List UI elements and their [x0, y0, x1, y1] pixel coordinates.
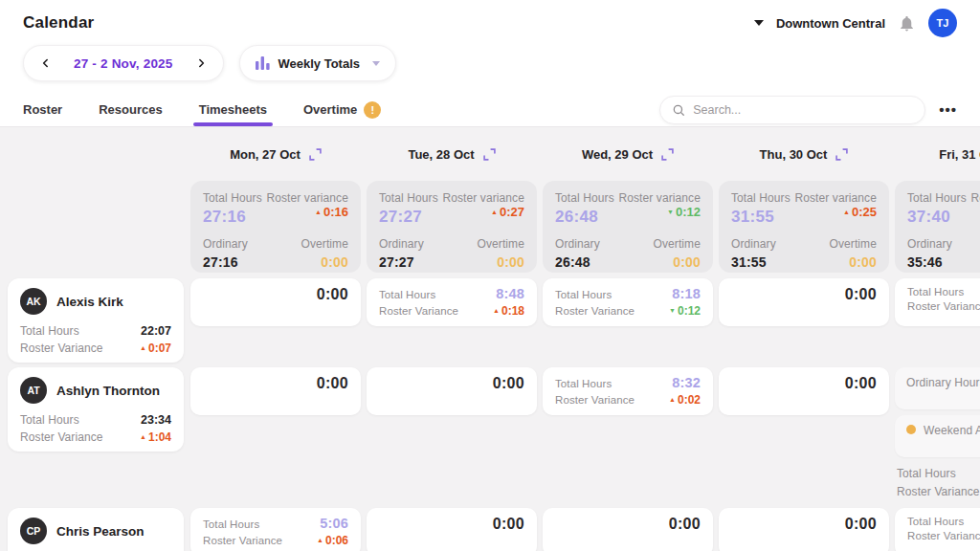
cell-stat-labels: Total Hours Roster Variance — [895, 467, 980, 498]
ordinary-label: Ordinary — [379, 237, 424, 251]
timesheet-cell[interactable]: 0:00 — [719, 278, 889, 326]
next-week-button[interactable] — [189, 51, 213, 76]
search-input[interactable] — [693, 103, 913, 117]
day-header-mon: Mon, 27 Oct — [188, 147, 364, 162]
timesheet-cell[interactable]: Total Hours Roster Variance — [895, 508, 980, 551]
cell-total: 8:48 — [496, 286, 524, 301]
day-summary-tue[interactable]: Total Hours27:27 Roster variance▲0:27 Or… — [367, 181, 537, 273]
roster-variance-label: Roster variance — [266, 191, 348, 205]
tab-resources[interactable]: Resources — [99, 93, 162, 126]
overtime-value: 0:00 — [830, 254, 877, 270]
day-summary-thu[interactable]: Total Hours31:55 Roster variance▲0:25 Or… — [719, 181, 889, 273]
roster-variance-label: Roster Variance — [379, 305, 458, 317]
roster-variance-label: Roster Variance — [555, 305, 635, 317]
total-hours-label: Total Hours — [907, 516, 964, 527]
timesheet-cell[interactable]: Total Hours8:32 Roster Variance▲0:02 — [543, 367, 713, 415]
tab-overtime[interactable]: Overtime ! — [303, 93, 381, 126]
view-mode-label: Weekly Totals — [278, 56, 361, 71]
page-title: Calendar — [23, 13, 94, 33]
day-label: Fri, 31 Oct — [939, 147, 980, 162]
cell-total: 5:06 — [320, 516, 348, 531]
day-summary-wed[interactable]: Total Hours26:48 Roster variance▼0:12 Or… — [543, 181, 713, 273]
roster-variance-label: Roster Variance — [20, 342, 103, 355]
roster-variance-value: ▲0:16 — [266, 205, 348, 219]
more-menu-button[interactable]: ••• — [939, 102, 957, 117]
total-hours-label: Total Hours — [20, 324, 79, 338]
tab-timesheets[interactable]: Timesheets — [199, 93, 267, 126]
timesheet-cell[interactable]: Total Hours5:06 Roster Variance▲0:06 — [190, 508, 361, 551]
location-caret-icon[interactable] — [754, 20, 764, 26]
timesheet-cell[interactable]: 0:00 — [190, 278, 361, 326]
up-triangle-icon: ▲ — [491, 209, 498, 215]
roster-variance-label: Roster variance — [618, 191, 701, 205]
up-triangle-icon: ▲ — [843, 209, 850, 215]
roster-variance-value: ▲0:27 — [442, 205, 524, 219]
cell-total: 0:00 — [203, 375, 348, 392]
avatar: CP — [20, 518, 47, 544]
timesheet-cell[interactable]: 0:00 — [367, 367, 537, 415]
overtime-alert-badge: ! — [364, 101, 381, 119]
roster-variance-label: Roster variance — [970, 191, 980, 205]
timesheet-cell[interactable]: 0:00 — [543, 508, 713, 551]
location-selector[interactable]: Downtown Central — [776, 16, 885, 31]
cell-total: 0:00 — [731, 375, 877, 392]
tab-roster[interactable]: Roster — [23, 93, 62, 126]
timesheet-cell[interactable]: 0:00 — [719, 508, 889, 551]
expand-day-icon[interactable] — [483, 148, 496, 161]
expand-day-icon[interactable] — [835, 148, 848, 161]
timesheet-cell[interactable]: Total Hours8:18 Roster Variance▼0:12 — [543, 278, 713, 326]
employee-card-alexis-kirk[interactable]: AK Alexis Kirk Total Hours22:07 Roster V… — [8, 278, 184, 363]
total-hours-value: 37:40 — [907, 208, 967, 227]
weekend-shift-card[interactable]: Weekend Afte — [895, 415, 980, 457]
bell-icon[interactable] — [898, 14, 916, 33]
shift-type-dot-icon — [906, 425, 916, 434]
roster-variance-label: Roster variance — [794, 191, 877, 205]
up-triangle-icon: ▲ — [669, 396, 676, 403]
cell-variance: ▼0:12 — [669, 304, 701, 318]
timesheet-cell[interactable]: Total Hours8:48 Roster Variance▲0:18 — [367, 278, 537, 326]
day-summary-fri[interactable]: Total Hours37:40 Roster variance Ordinar… — [895, 181, 980, 273]
employee-card-ashlyn-thornton[interactable]: AT Ashlyn Thornton Total Hours23:34 Rost… — [8, 367, 184, 452]
total-hours-label: Total Hours — [555, 191, 614, 205]
tabs-row: Roster Resources Timesheets Overtime ! •… — [0, 93, 980, 127]
timesheet-cell-expanded[interactable]: Ordinary Hours Weekend Afte Total Hours … — [895, 367, 980, 501]
tabs: Roster Resources Timesheets Overtime ! — [23, 93, 381, 126]
summary-row: Total Hours27:16 Roster variance▲0:16 Or… — [0, 181, 980, 278]
day-summary-mon[interactable]: Total Hours27:16 Roster variance▲0:16 Or… — [190, 181, 361, 273]
roster-variance-value: ▲0:07 — [140, 342, 171, 355]
total-hours-label: Total Hours — [203, 518, 259, 530]
ordinary-label: Ordinary — [203, 237, 248, 251]
total-hours-label: Total Hours — [907, 286, 964, 298]
day-label: Wed, 29 Oct — [582, 147, 653, 162]
expand-day-icon[interactable] — [661, 148, 674, 161]
user-avatar[interactable]: TJ — [928, 9, 957, 37]
ordinary-label: Ordinary — [555, 237, 600, 251]
ordinary-value: 31:55 — [731, 254, 776, 270]
day-header-fri: Fri, 31 Oct — [892, 147, 980, 162]
total-hours-value: 27:16 — [203, 208, 262, 227]
prev-week-button[interactable] — [33, 51, 58, 76]
expand-day-icon[interactable] — [309, 148, 322, 161]
total-hours-label: Total Hours — [379, 191, 438, 205]
day-label: Thu, 30 Oct — [760, 147, 828, 162]
view-mode-select[interactable]: Weekly Totals — [239, 45, 397, 81]
calendar-page: Calendar Downtown Central TJ 27 - 2 Nov,… — [0, 0, 980, 551]
up-triangle-icon: ▲ — [140, 344, 146, 351]
cell-total: 0:00 — [203, 286, 348, 303]
overtime-label: Overtime — [301, 237, 348, 251]
timesheet-cell[interactable]: 0:00 — [719, 367, 889, 415]
total-hours-value: 27:27 — [379, 208, 438, 227]
overtime-value: 0:00 — [301, 254, 348, 270]
timesheet-cell[interactable]: 0:00 — [367, 508, 537, 551]
toolbar: 27 - 2 Nov, 2025 Weekly Totals — [0, 36, 980, 93]
cell-variance: ▲0:06 — [317, 534, 348, 547]
employee-card-chris-pearson[interactable]: CP Chris Pearson — [8, 508, 184, 551]
day-header-tue: Tue, 28 Oct — [364, 147, 540, 162]
bar-chart-icon — [256, 56, 270, 70]
timesheet-cell[interactable]: 0:00 — [190, 367, 361, 415]
timesheet-cell[interactable]: Total Hours Roster Variance — [895, 278, 980, 326]
timesheet-grid: Mon, 27 Oct Tue, 28 Oct Wed, 29 Oct Thu,… — [0, 127, 980, 551]
day-header-thu: Thu, 30 Oct — [716, 147, 892, 162]
cell-total: 0:00 — [379, 516, 524, 533]
ordinary-hours-card[interactable]: Ordinary Hours — [895, 367, 980, 409]
